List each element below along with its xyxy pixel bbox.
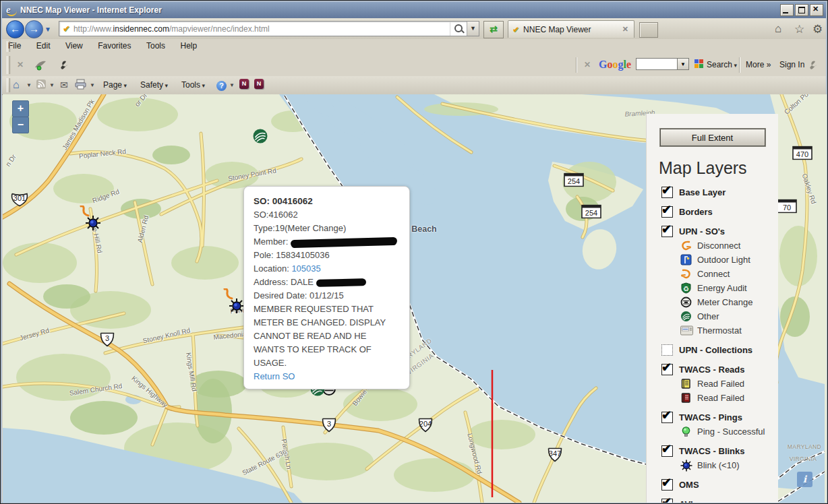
return-so-link[interactable]: Return SO [254,371,295,381]
popup-desired-date: Desired Date: 01/12/15 [254,289,400,303]
info-button[interactable]: i [797,472,812,487]
compatibility-view-button[interactable] [483,21,504,38]
help-caret-icon[interactable] [229,82,235,88]
twacs-reads-checkbox[interactable] [661,364,673,375]
upn-collections-checkbox[interactable] [661,344,673,356]
twacs-blinks-checkbox[interactable] [661,445,673,457]
twacs-pings-checkbox[interactable] [661,412,673,423]
search-icon[interactable] [450,22,467,36]
ping-successful-label: Ping - Successful [697,427,765,437]
url-text[interactable]: http://www.insidennec.com/mapviewer/nnec… [73,24,450,34]
home-icon[interactable] [775,22,781,36]
google-search-button[interactable]: Search [707,60,737,69]
connect-icon [680,268,693,280]
navigation-bar: http://www.insidennec.com/mapviewer/nnec… [2,18,826,40]
disconnect-label: Disconnect [697,241,740,251]
google-more-button[interactable]: More » [746,60,771,69]
tab-close-icon[interactable] [621,25,630,34]
minimize-button[interactable] [780,4,794,16]
zoom-in-button[interactable]: + [12,100,29,117]
thermostat-label: Thermostat [697,325,742,336]
menu-view[interactable]: View [59,39,89,53]
blink-10-label: Blink (<10) [697,460,740,470]
map-label-maryland: MARYLAND [788,443,821,450]
map-label-virginia: VIRGINIA [790,455,817,462]
other-icon [680,311,693,322]
full-extent-button[interactable]: Full Extent [660,129,765,146]
other-label: Other [697,311,719,321]
print-icon[interactable] [75,79,86,92]
popup-type: Type:19(Meter Change) [254,222,400,235]
close-toolbar-icon[interactable] [17,60,24,69]
location-link[interactable]: 105035 [291,263,320,274]
close-google-toolbar-icon[interactable] [584,60,591,69]
oms-checkbox[interactable] [661,479,673,491]
google-search-dropdown-icon[interactable] [678,58,689,70]
favorites-star-icon[interactable] [794,22,804,36]
read-mail-icon[interactable] [60,79,68,91]
svg-text:♻: ♻ [683,285,689,292]
norton-toolbar-icon[interactable]: N [239,79,249,89]
layer-row-upn-so-s: UPN - SO's [661,224,778,239]
safety-menu-button[interactable]: Safety [140,80,168,90]
tools-menu-button[interactable]: Tools [181,80,205,90]
legend-connect: Connect [680,267,778,281]
norton-safeweb-icon[interactable]: N [254,79,264,89]
back-button[interactable] [6,20,24,38]
tab-nnec-map-viewer[interactable]: NNEC Map Viewer [508,20,634,38]
recent-pages-caret-icon[interactable] [45,26,51,33]
title-bar[interactable]: e NNEC Map Viewer - Internet Explorer [2,2,826,18]
blink-marker[interactable] [222,288,246,317]
twacs-reads-label: TWACS - Reads [679,365,745,375]
wrench-icon[interactable] [57,59,69,74]
blink-marker[interactable] [78,206,102,234]
forward-button[interactable] [25,20,43,38]
home-button-icon[interactable] [13,79,20,91]
help-icon[interactable] [216,79,227,91]
map-canvas[interactable]: .water{fill:#b7d3e4}.land{fill:#e7ecd8} … [3,94,827,503]
map-layers-heading: Map Layers [659,158,778,178]
menu-file[interactable]: File [2,39,27,53]
legend-read-failed: Read Failed [680,377,778,391]
google-search-input[interactable] [636,58,678,70]
print-caret-icon[interactable] [90,82,95,88]
address-dropdown-button[interactable] [467,22,479,36]
zoom-out-button[interactable]: − [12,117,29,133]
settings-gear-icon[interactable] [812,22,823,36]
avl-checkbox[interactable] [661,499,673,503]
menu-edit[interactable]: Edit [30,39,57,53]
google-toolbar: Google Search More » Sign In [572,54,826,76]
map-label-beach: Beach [411,224,437,234]
close-button[interactable] [810,4,823,16]
other-marker[interactable] [252,128,268,147]
ie-icon: e [6,4,17,16]
map-label-stoney-point-rd: Stoney Point Rd [227,166,276,182]
base-layer-checkbox[interactable] [661,187,673,198]
layer-row-twacs-pings: TWACS - Pings [661,410,778,424]
popup-so: SO:416062 [254,208,400,222]
route-number: 301 [9,194,30,202]
google-wrench-icon[interactable] [806,59,819,74]
addon-icon[interactable] [33,58,48,74]
rss-feed-icon[interactable] [36,79,47,92]
home-caret-icon[interactable] [26,82,32,88]
base-layer-label: Base Layer [679,187,726,197]
route-shield-70: 70 [777,199,797,216]
borders-checkbox[interactable] [661,206,673,218]
menu-help[interactable]: Help [174,39,203,53]
address-bar[interactable]: http://www.insidennec.com/mapviewer/nnec… [59,21,479,36]
route-number: 70 [777,203,797,212]
map-label-ridge-rd: Ridge Rd [92,188,121,205]
layer-row-upn-collections: UPN - Collections [661,342,778,357]
upn-so-s-checkbox[interactable] [661,226,673,237]
layers-list: Base LayerBordersUPN - SO'sDisconnectOut… [647,185,778,503]
new-tab-button[interactable] [639,22,658,38]
menu-tools[interactable]: Tools [140,39,171,53]
menu-favorites[interactable]: Favorites [92,39,137,53]
page-menu-button[interactable]: Page [103,80,127,90]
google-sign-in-button[interactable]: Sign In [779,60,804,69]
rss-caret-icon[interactable] [49,82,55,88]
legend-energy-audit: ♻Energy Audit [680,281,778,295]
maximize-button[interactable] [795,4,808,16]
legend-meter-change: Meter Change [680,295,778,309]
